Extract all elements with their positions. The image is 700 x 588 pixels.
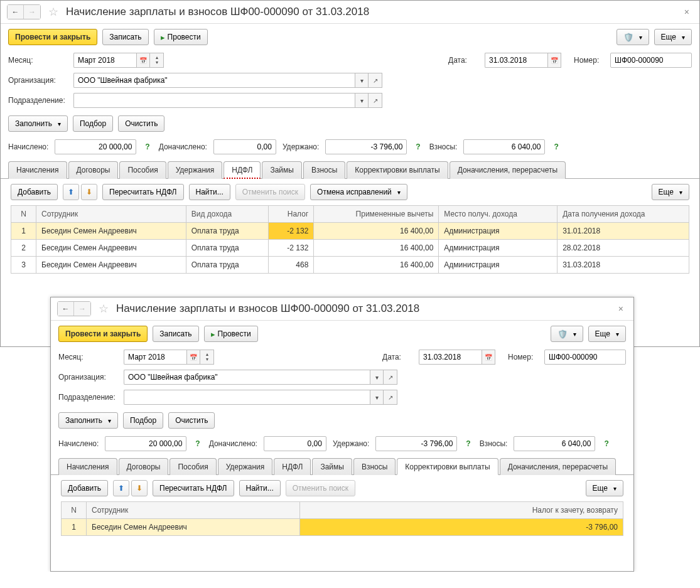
- date-calendar-icon[interactable]: 📅: [482, 350, 495, 365]
- withheld-value[interactable]: [325, 139, 407, 154]
- dropdown-icon[interactable]: ▾: [370, 390, 384, 405]
- help-icon[interactable]: ?: [551, 142, 561, 151]
- tab-recalc[interactable]: Доначисления, перерасчеты: [500, 458, 616, 475]
- spinner-icon[interactable]: ▴▾: [200, 350, 214, 365]
- tab-accruals[interactable]: Начисления: [8, 161, 67, 179]
- accrued-value[interactable]: [55, 139, 136, 154]
- dropdown-icon[interactable]: ▾: [355, 73, 369, 88]
- calendar-icon[interactable]: 📅: [186, 350, 200, 365]
- tab-contributions[interactable]: Взносы: [303, 161, 345, 179]
- tab-deductions[interactable]: Удержания: [168, 161, 223, 179]
- calendar-icon[interactable]: 📅: [136, 53, 150, 68]
- tab-contracts[interactable]: Договоры: [68, 161, 119, 179]
- tab-loans[interactable]: Займы: [262, 161, 302, 179]
- col-tax[interactable]: Налог: [269, 206, 314, 223]
- close-icon[interactable]: ×: [681, 6, 693, 18]
- move-up-button[interactable]: ⬆: [63, 184, 79, 200]
- tab-accruals[interactable]: Начисления: [58, 458, 117, 475]
- favorite-icon[interactable]: ☆: [48, 5, 58, 19]
- accrued-value[interactable]: [105, 436, 186, 451]
- table-more-button[interactable]: Еще: [652, 184, 689, 200]
- col-n[interactable]: N: [11, 206, 36, 223]
- table-more-button[interactable]: Еще: [586, 480, 623, 496]
- help-icon[interactable]: ?: [143, 142, 152, 151]
- pick-button[interactable]: Подбор: [123, 412, 163, 429]
- help-icon[interactable]: ?: [193, 439, 202, 448]
- col-date[interactable]: Дата получения дохода: [557, 206, 689, 223]
- tab-corrections[interactable]: Корректировки выплаты: [347, 161, 448, 179]
- cancel-corrections-button[interactable]: Отмена исправлений: [310, 184, 407, 200]
- table-row[interactable]: 1 Беседин Семен Андреевич Оплата труда -…: [11, 223, 689, 240]
- tab-contracts[interactable]: Договоры: [119, 458, 169, 475]
- open-icon[interactable]: ↗: [384, 370, 397, 385]
- move-down-button[interactable]: ⬇: [131, 480, 148, 496]
- tab-contributions[interactable]: Взносы: [353, 458, 396, 475]
- contrib-value[interactable]: [463, 139, 545, 154]
- tab-ndfl[interactable]: НДФЛ: [223, 161, 261, 179]
- more-button[interactable]: Еще: [588, 326, 626, 342]
- move-up-button[interactable]: ⬆: [113, 480, 129, 496]
- extra-value[interactable]: [264, 436, 326, 451]
- back-button[interactable]: ←: [8, 5, 24, 19]
- table-row[interactable]: 1 Беседин Семен Андреевич -3 796,00: [62, 519, 623, 536]
- post-close-button[interactable]: Провести и закрыть: [58, 326, 148, 342]
- back-button[interactable]: ←: [58, 302, 74, 316]
- tab-benefits[interactable]: Пособия: [170, 458, 216, 475]
- post-close-button[interactable]: Провести и закрыть: [8, 29, 97, 45]
- date-input[interactable]: [419, 350, 482, 365]
- date-input[interactable]: [485, 53, 547, 68]
- more-button[interactable]: Еще: [654, 29, 692, 45]
- col-place[interactable]: Место получ. дохода: [439, 206, 557, 223]
- org-input[interactable]: [124, 370, 370, 385]
- col-employee[interactable]: Сотрудник: [36, 206, 186, 223]
- post-button[interactable]: ▸Провести: [154, 29, 208, 45]
- recalc-ndfl-button[interactable]: Пересчитать НДФЛ: [153, 480, 234, 496]
- col-deductions[interactable]: Примененные вычеты: [314, 206, 439, 223]
- col-employee[interactable]: Сотрудник: [87, 502, 300, 519]
- fill-button[interactable]: Заполнить: [8, 115, 68, 132]
- tab-loans[interactable]: Займы: [312, 458, 352, 475]
- recalc-ndfl-button[interactable]: Пересчитать НДФЛ: [102, 184, 183, 200]
- forward-button[interactable]: →: [74, 302, 90, 316]
- find-button[interactable]: Найти...: [189, 184, 230, 200]
- contrib-value[interactable]: [514, 436, 595, 451]
- save-button[interactable]: Записать: [153, 326, 198, 342]
- attachments-button[interactable]: 🛡️: [551, 326, 583, 342]
- withheld-value[interactable]: [375, 436, 457, 451]
- number-input[interactable]: [610, 53, 692, 68]
- tab-recalc[interactable]: Доначисления, перерасчеты: [450, 161, 566, 179]
- move-down-button[interactable]: ⬇: [81, 184, 97, 200]
- tab-corrections[interactable]: Корректировки выплаты: [397, 458, 498, 475]
- help-icon[interactable]: ?: [463, 439, 473, 448]
- find-button[interactable]: Найти...: [239, 480, 281, 496]
- table-row[interactable]: 2 Беседин Семен Андреевич Оплата труда -…: [11, 240, 689, 257]
- forward-button[interactable]: →: [24, 5, 40, 19]
- col-n[interactable]: N: [62, 502, 87, 519]
- save-button[interactable]: Записать: [102, 29, 148, 45]
- month-input[interactable]: [124, 350, 186, 365]
- number-input[interactable]: [544, 350, 626, 365]
- pick-button[interactable]: Подбор: [73, 115, 113, 132]
- dropdown-icon[interactable]: ▾: [370, 370, 384, 385]
- add-button[interactable]: Добавить: [11, 184, 58, 200]
- table-row[interactable]: 3 Беседин Семен Андреевич Оплата труда 4…: [11, 257, 689, 274]
- favorite-icon[interactable]: ☆: [99, 302, 109, 316]
- month-input[interactable]: [73, 53, 136, 68]
- open-icon[interactable]: ↗: [369, 73, 382, 88]
- dept-input[interactable]: [73, 93, 355, 108]
- help-icon[interactable]: ?: [413, 142, 423, 151]
- open-icon[interactable]: ↗: [384, 390, 397, 405]
- help-icon[interactable]: ?: [601, 439, 611, 448]
- open-icon[interactable]: ↗: [369, 93, 382, 108]
- dropdown-icon[interactable]: ▾: [355, 93, 369, 108]
- close-icon[interactable]: ×: [615, 302, 627, 315]
- spinner-icon[interactable]: ▴▾: [150, 53, 164, 68]
- dept-input[interactable]: [124, 390, 370, 405]
- col-tax-credit[interactable]: Налог к зачету, возврату: [300, 502, 623, 519]
- fill-button[interactable]: Заполнить: [58, 412, 118, 429]
- clear-button[interactable]: Очистить: [118, 115, 164, 132]
- tab-ndfl[interactable]: НДФЛ: [274, 458, 311, 475]
- org-input[interactable]: [73, 73, 355, 88]
- tab-benefits[interactable]: Пособия: [119, 161, 166, 179]
- attachments-button[interactable]: 🛡️: [617, 29, 649, 45]
